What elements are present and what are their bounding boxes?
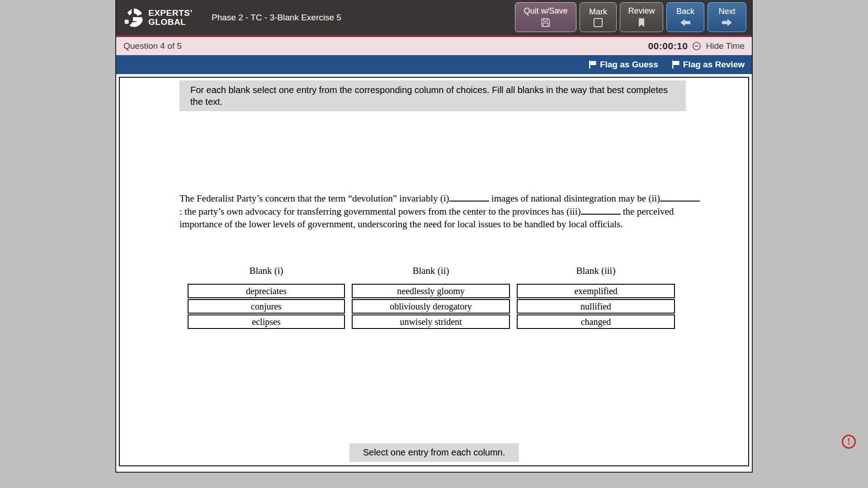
blank-ii-column: Blank (ii) needlessly gloomy obliviously… [352, 265, 510, 330]
next-button[interactable]: Next [708, 2, 746, 32]
answer-columns: Blank (i) depreciates conjures eclipses … [188, 265, 675, 330]
test-window: EXPERTS’ GLOBAL Phase 2 - TC - 3-Blank E… [115, 0, 753, 473]
option-blank-i[interactable]: conjures [188, 299, 345, 314]
instruction-box: For each blank select one entry from the… [179, 80, 686, 111]
hide-time-icon[interactable] [692, 41, 702, 51]
option-blank-iii[interactable]: changed [517, 314, 675, 329]
mark-button[interactable]: Mark [580, 2, 617, 32]
footer-instruction: Select one entry from each column. [349, 443, 519, 462]
flag-icon [589, 60, 597, 69]
flag-icon [672, 60, 680, 69]
column-header: Blank (iii) [517, 265, 675, 277]
question-panel: For each blank select one entry from the… [119, 77, 749, 466]
column-header: Blank (i) [188, 265, 345, 277]
bookmark-icon [636, 17, 647, 28]
option-blank-ii[interactable]: obliviously derogatory [352, 299, 510, 314]
option-blank-i[interactable]: depreciates [188, 284, 345, 298]
save-floppy-icon [540, 17, 551, 28]
status-bar: Question 4 of 5 00:00:10 Hide Time [116, 35, 752, 55]
arrow-right-icon [721, 18, 733, 28]
answer-blank[interactable] [581, 208, 621, 215]
experts-global-logo-icon [123, 7, 144, 28]
column-header: Blank (ii) [352, 265, 510, 277]
option-blank-iii[interactable]: nullified [517, 299, 675, 314]
logo-text: EXPERTS’ GLOBAL [148, 9, 193, 27]
question-progress: Question 4 of 5 [123, 41, 182, 51]
timer: 00:00:10 [648, 41, 688, 52]
flag-as-review-button[interactable]: Flag as Review [672, 60, 745, 70]
exercise-title: Phase 2 - TC - 3-Blank Exercise 5 [212, 13, 341, 23]
review-button[interactable]: Review [620, 2, 663, 32]
blank-i-column: Blank (i) depreciates conjures eclipses [188, 265, 345, 330]
option-blank-ii[interactable]: unwisely strident [352, 314, 510, 329]
answer-blank[interactable] [660, 195, 700, 202]
mark-square-icon [594, 18, 603, 27]
option-blank-ii[interactable]: needlessly gloomy [352, 284, 510, 298]
option-blank-i[interactable]: eclipses [188, 314, 345, 329]
flag-as-guess-button[interactable]: Flag as Guess [589, 60, 658, 70]
hide-time-label[interactable]: Hide Time [706, 41, 745, 51]
question-text: The Federalist Party’s concern that the … [179, 192, 702, 231]
flag-bar: Flag as Guess Flag as Review [116, 55, 752, 74]
alert-exclamation-icon[interactable]: ! [842, 435, 856, 449]
experts-global-logo: EXPERTS’ GLOBAL [123, 7, 193, 28]
quit-save-button[interactable]: Quit w/Save [515, 2, 576, 32]
blank-iii-column: Blank (iii) exemplified nullified change… [517, 265, 675, 330]
back-button[interactable]: Back [666, 2, 704, 32]
top-bar: EXPERTS’ GLOBAL Phase 2 - TC - 3-Blank E… [116, 0, 752, 35]
option-blank-iii[interactable]: exemplified [517, 284, 675, 298]
arrow-left-icon [679, 18, 691, 28]
answer-blank[interactable] [449, 195, 489, 202]
toolbar: Quit w/Save Mark Review [515, 2, 746, 32]
